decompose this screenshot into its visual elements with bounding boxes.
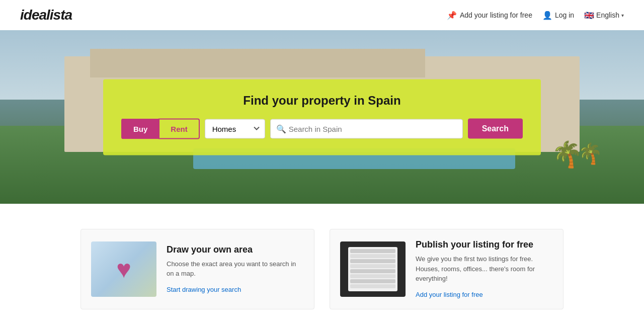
search-input-wrapper: 🔍 bbox=[270, 119, 463, 138]
publish-listing-image bbox=[340, 241, 406, 297]
draw-area-link[interactable]: Start drawing your search bbox=[167, 286, 241, 293]
hero-palm-1 bbox=[551, 129, 567, 169]
add-listing-link[interactable]: 📌 Add your listing for free bbox=[447, 11, 532, 20]
search-input[interactable] bbox=[270, 119, 463, 138]
cards-section: ♥ Draw your own area Choose the exact ar… bbox=[0, 204, 644, 325]
draw-area-image: ♥ bbox=[91, 241, 156, 297]
draw-area-title: Draw your own area bbox=[167, 245, 304, 255]
add-listing-label: Add your listing for free bbox=[460, 11, 532, 19]
phone-line-4 bbox=[350, 264, 395, 268]
publish-listing-link[interactable]: Add your listing for free bbox=[416, 291, 483, 298]
login-link[interactable]: 👤 Log in bbox=[542, 11, 574, 20]
hero-section: Find your property in Spain Buy Rent Hom… bbox=[0, 30, 644, 204]
phone-line-8 bbox=[350, 284, 395, 288]
heart-icon: ♥ bbox=[116, 255, 131, 284]
person-icon: 👤 bbox=[542, 11, 552, 20]
hero-palm-2 bbox=[578, 135, 593, 166]
login-label: Log in bbox=[555, 11, 574, 19]
search-button[interactable]: Search bbox=[468, 119, 523, 139]
buy-tab[interactable]: Buy bbox=[121, 118, 158, 139]
phone-line-1 bbox=[350, 249, 395, 253]
search-icon: 🔍 bbox=[276, 124, 286, 133]
hero-title: Find your property in Spain bbox=[121, 93, 523, 107]
phone-screen bbox=[348, 247, 397, 291]
publish-listing-title: Publish your listing for free bbox=[416, 239, 553, 250]
logo: idealista bbox=[20, 7, 72, 23]
pin-icon: 📌 bbox=[447, 11, 457, 20]
chevron-down-icon: ▾ bbox=[621, 13, 624, 18]
draw-area-description: Choose the exact area you want to search… bbox=[167, 259, 304, 279]
property-type-select[interactable]: Homes Offices Garages Land Locals bbox=[205, 119, 265, 138]
phone-line-6 bbox=[350, 274, 395, 278]
publish-listing-description: We give you the first two listings for f… bbox=[416, 254, 553, 284]
draw-area-card[interactable]: ♥ Draw your own area Choose the exact ar… bbox=[80, 229, 314, 309]
publish-listing-card[interactable]: Publish your listing for free We give yo… bbox=[330, 229, 564, 309]
flag-icon: 🇬🇧 bbox=[584, 11, 594, 20]
search-overlay: Find your property in Spain Buy Rent Hom… bbox=[103, 79, 541, 155]
phone-line-2 bbox=[350, 254, 395, 258]
search-controls: Buy Rent Homes Offices Garages Land Loca… bbox=[121, 118, 523, 139]
phone-line-5 bbox=[350, 269, 395, 273]
phone-simulation bbox=[340, 241, 406, 297]
rent-tab[interactable]: Rent bbox=[158, 118, 199, 139]
language-label: English bbox=[596, 11, 619, 19]
publish-listing-text: Publish your listing for free We give yo… bbox=[416, 239, 553, 299]
phone-line-7 bbox=[350, 279, 395, 283]
header-right: 📌 Add your listing for free 👤 Log in 🇬🇧 … bbox=[447, 11, 624, 20]
map-simulation: ♥ bbox=[91, 241, 156, 297]
language-selector[interactable]: 🇬🇧 English ▾ bbox=[584, 11, 624, 20]
draw-area-text: Draw your own area Choose the exact area… bbox=[167, 245, 304, 294]
phone-line-3 bbox=[350, 259, 395, 263]
property-tab-group: Buy Rent bbox=[121, 118, 200, 139]
header: idealista 📌 Add your listing for free 👤 … bbox=[0, 0, 644, 30]
